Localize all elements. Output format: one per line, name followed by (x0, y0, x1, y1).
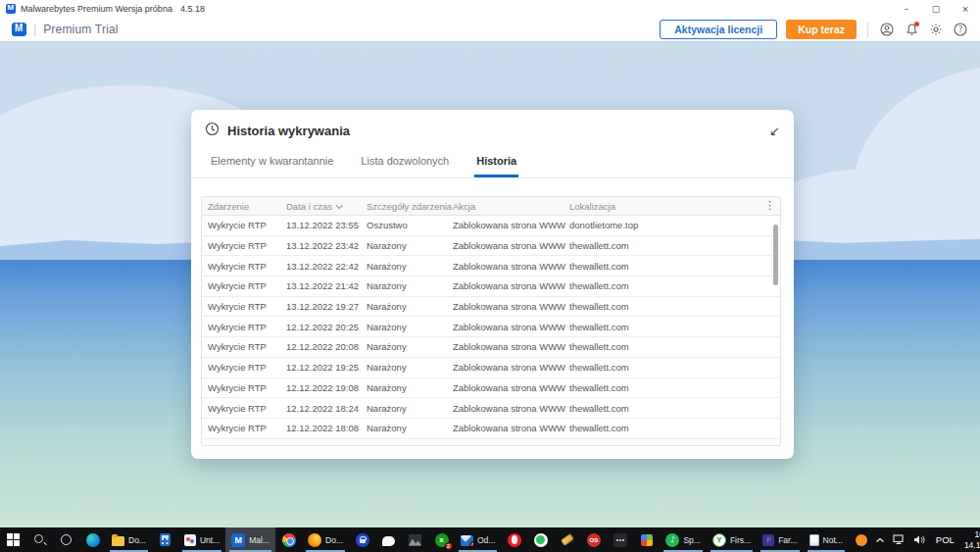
taskbar-tray-orange-app[interactable] (849, 527, 875, 552)
dialog-title: Historia wykrywania (227, 124, 350, 138)
close-button[interactable]: × (951, 0, 980, 18)
taskbar-tiles-app[interactable] (633, 527, 660, 552)
table-cell: Narażony (367, 301, 453, 312)
column-header-zdarzenie[interactable]: Zdarzenie (208, 201, 286, 212)
clock[interactable]: 10:22 14.12.2022 (964, 529, 980, 550)
table-options-menu-icon[interactable]: ⋮ (764, 199, 775, 212)
taskbar-lock-app[interactable] (349, 527, 375, 552)
language-indicator[interactable]: POL (934, 534, 956, 545)
clock-time: 10:22 (975, 529, 980, 539)
edge-icon (86, 533, 100, 547)
taskbar-remote-app[interactable] (607, 527, 633, 552)
photos-icon (409, 534, 421, 546)
taskbar-search[interactable] (26, 527, 53, 552)
taskbar-photos[interactable] (402, 527, 428, 552)
account-icon[interactable] (879, 22, 895, 37)
taskbar-first-app[interactable]: Firs... (707, 527, 757, 552)
taskbar-label: Od... (477, 535, 495, 545)
taskbar-mail[interactable]: 1Od... (455, 527, 501, 552)
table-cell: 12.12.2022 18:08 (286, 423, 367, 433)
taskbar-evernote[interactable] (527, 527, 554, 552)
minimize-button[interactable]: – (892, 0, 921, 18)
tiles-app-icon (641, 534, 653, 546)
table-row[interactable]: Wykrycie RTP13.12.2022 23:55OszustwoZabl… (202, 216, 780, 236)
table-cell: 12.12.2022 19:25 (286, 362, 367, 373)
table-cell: Wykrycie RTP (208, 403, 286, 414)
table-body: Wykrycie RTP13.12.2022 23:55OszustwoZabl… (202, 216, 780, 446)
remote-app-icon (613, 533, 627, 547)
table-cell: thewallett.com (569, 443, 780, 446)
notifications-bell-icon[interactable] (904, 22, 919, 37)
table-row[interactable]: Wykrycie RTP12.12.2022 17:24NarażonyZabl… (202, 439, 780, 446)
table-row[interactable]: Wykrycie RTP12.12.2022 20:08NarażonyZabl… (202, 337, 780, 358)
taskbar-file-explorer[interactable]: Do... (106, 527, 152, 552)
taskbar-chrome[interactable] (275, 527, 302, 552)
svg-text:?: ? (958, 25, 962, 34)
tab-historia[interactable]: Historia (474, 150, 518, 177)
taskbar-calculator[interactable] (152, 527, 178, 552)
tray-chevron-up-icon[interactable] (875, 536, 885, 544)
scrollbar-thumb[interactable] (773, 225, 778, 285)
search-icon (33, 533, 47, 547)
table-cell: Zablokowana strona WWW (453, 362, 569, 373)
tab-lista-dozwolonych[interactable]: Lista dozwolonych (359, 150, 451, 177)
collapse-dialog-icon[interactable]: ↙ (769, 125, 780, 137)
table-cell: Zablokowana strona WWW (453, 443, 569, 446)
table-cell: Narażony (367, 362, 453, 373)
settings-gear-icon[interactable] (928, 22, 944, 37)
maximize-button[interactable]: ▢ (921, 0, 951, 18)
taskbar-cortana[interactable] (53, 527, 79, 552)
table-cell: Zablokowana strona WWW (453, 261, 569, 272)
taskbar-label: Do... (128, 535, 146, 545)
taskbar-firefox[interactable]: Do... (302, 527, 349, 552)
taskbar-edge[interactable] (79, 527, 106, 552)
table-row[interactable]: Wykrycie RTP12.12.2022 18:24NarażonyZabl… (202, 398, 780, 419)
table-row[interactable]: Wykrycie RTP13.12.2022 23:42NarażonyZabl… (202, 236, 780, 257)
table-row[interactable]: Wykrycie RTP13.12.2022 19:27NarażonyZabl… (202, 297, 780, 318)
table-header-row: Zdarzenie Data i czas Szczegóły zdarzeni… (202, 197, 780, 216)
tray-network-icon[interactable] (893, 534, 906, 545)
table-row[interactable]: Wykrycie RTP12.12.2022 20:25NarażonyZabl… (202, 317, 780, 337)
column-header-szczegoly[interactable]: Szczegóły zdarzenia (367, 201, 453, 212)
taskbar-far-manager[interactable]: Far... (757, 527, 803, 552)
help-icon[interactable]: ? (953, 22, 968, 37)
column-header-data-i-czas[interactable]: Data i czas (286, 201, 367, 212)
history-table: Zdarzenie Data i czas Szczegóły zdarzeni… (201, 196, 781, 446)
notepad-icon (809, 534, 819, 546)
tray-volume-icon[interactable] (913, 534, 926, 545)
window-title: Malwarebytes Premium Wersja próbna4.5.18 (21, 4, 205, 14)
table-row[interactable]: Wykrycie RTP12.12.2022 19:08NarażonyZabl… (202, 378, 780, 399)
table-cell: 13.12.2022 23:42 (286, 240, 367, 251)
tray-orange-app-icon (856, 534, 867, 546)
column-header-lokalizacja[interactable]: Lokalizacja (569, 201, 780, 212)
taskbar-paint[interactable]: Unt... (178, 527, 225, 552)
table-cell: thewallett.com (569, 322, 780, 332)
paint-icon (184, 534, 196, 546)
table-cell: Wykrycie RTP (208, 423, 286, 433)
taskbar-opera[interactable] (501, 527, 527, 552)
taskbar-messaging[interactable] (375, 527, 402, 552)
taskbar-malwarebytes[interactable]: Mal... (225, 527, 275, 552)
brand-name: Premium Trial (43, 23, 119, 36)
table-row[interactable]: Wykrycie RTP12.12.2022 19:25NarażonyZabl… (202, 358, 780, 378)
buy-now-button[interactable]: Kup teraz (786, 20, 857, 39)
taskbar-spotify[interactable]: Sp... (660, 527, 706, 552)
system-tray: POL 10:22 14.12.2022 2 (875, 527, 980, 552)
history-clock-icon (205, 122, 220, 140)
table-cell: 13.12.2022 22:42 (286, 261, 367, 272)
taskbar-start[interactable] (0, 527, 26, 552)
table-row[interactable]: Wykrycie RTP12.12.2022 18:08NarażonyZabl… (202, 419, 780, 439)
table-cell: thewallett.com (569, 280, 780, 291)
column-header-akcja[interactable]: Akcja (453, 201, 569, 212)
tab-elementy-w-kwarantannie[interactable]: Elementy w kwarantannie (209, 150, 335, 177)
taskbar-notepad[interactable]: Not... (804, 527, 849, 552)
activate-license-button[interactable]: Aktywacja licencji (660, 20, 777, 39)
table-cell: thewallett.com (569, 423, 780, 433)
table-cell: 12.12.2022 18:24 (286, 403, 367, 414)
taskbar-gold-app[interactable] (554, 527, 580, 552)
table-row[interactable]: Wykrycie RTP13.12.2022 22:42NarażonyZabl… (202, 256, 780, 276)
table-row[interactable]: Wykrycie RTP13.12.2022 21:42NarażonyZabl… (202, 276, 780, 297)
table-cell: thewallett.com (569, 240, 780, 251)
taskbar-xbox[interactable]: 2 (428, 527, 455, 552)
taskbar-os-app[interactable] (580, 527, 607, 552)
